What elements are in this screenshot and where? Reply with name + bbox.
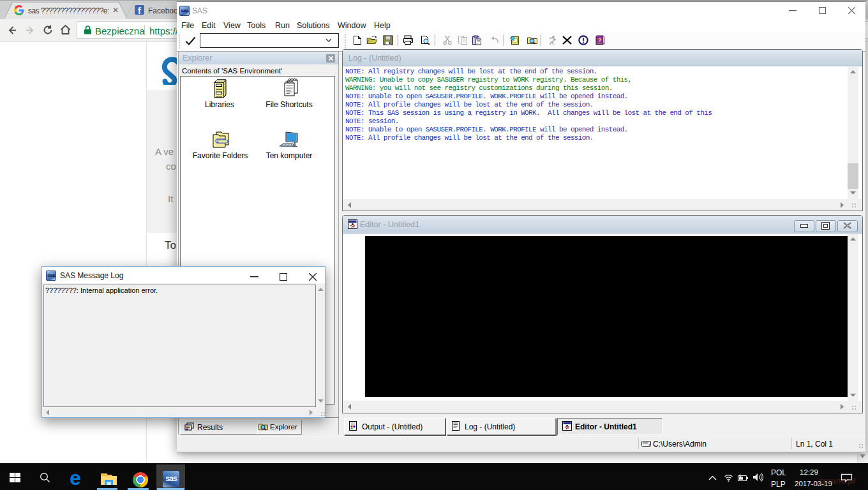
svg-text:?: ? <box>598 37 602 43</box>
